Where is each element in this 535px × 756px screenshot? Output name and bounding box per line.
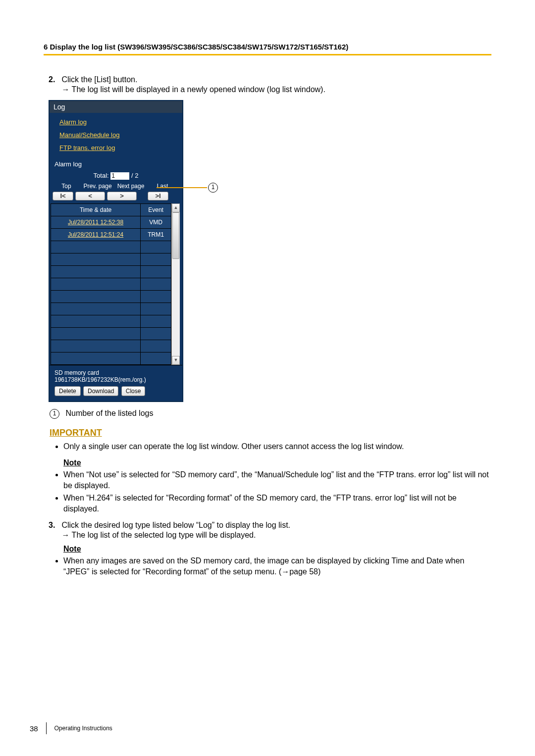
callout-1-marker: 1 [208, 183, 218, 193]
scrollbar[interactable]: ▲ ▼ [171, 203, 180, 365]
chapter-title: 6 Display the log list (SW396/SW395/SC38… [44, 43, 491, 55]
table-row [51, 327, 171, 340]
step-subtext: → The log list of the selected log type … [61, 531, 482, 540]
note-heading-1: Note [63, 458, 491, 467]
log-time-link[interactable]: Jul/28/2011 12:52:38 [68, 219, 123, 226]
step-subtext: → The log list will be displayed in a ne… [61, 85, 482, 94]
important-item: Only a single user can operate the log l… [63, 441, 491, 452]
note1-item: When “Not use” is selected for “SD memor… [63, 469, 491, 491]
step-number: 2. [49, 75, 59, 84]
nav-labels: Top Prev. page Next page Last [50, 182, 182, 191]
log-time-link[interactable]: Jul/28/2011 12:51:24 [68, 231, 123, 238]
log-table: Time & date Event Jul/28/2011 12:52:38VM… [51, 203, 171, 365]
callout-1-number: 1 [50, 409, 59, 419]
log-event-cell: VMD [141, 216, 171, 228]
table-row: Jul/28/2011 12:52:38VMD [51, 216, 171, 228]
scroll-thumb[interactable] [172, 212, 179, 259]
sd-info: 1961738KB/1967232KB(rem./org.) [54, 376, 177, 383]
close-button[interactable]: Close [121, 386, 146, 396]
link-manual-log[interactable]: Manual/Schedule log [59, 129, 182, 142]
nav-label-next: Next page [114, 183, 148, 190]
table-row [51, 253, 171, 265]
page-footer: 38 Operating Instructions [30, 722, 112, 734]
table-row [51, 290, 171, 302]
download-button[interactable]: Download [83, 386, 118, 396]
nav-last-button[interactable]: >I [148, 192, 168, 201]
nav-label-top: Top [52, 183, 81, 190]
nav-label-prev: Prev. page [81, 183, 114, 190]
nav-prev-button[interactable]: < [75, 192, 105, 201]
footer-label: Operating Instructions [54, 725, 112, 732]
step-number: 3. [49, 521, 59, 530]
log-type-links: Alarm log Manual/Schedule log FTP trans.… [50, 113, 182, 158]
table-row [51, 315, 171, 327]
total-suffix: / 2 [131, 172, 138, 179]
total-value-input[interactable] [110, 172, 129, 180]
note-heading-2: Note [63, 545, 491, 554]
th-event: Event [141, 203, 171, 216]
scroll-down-icon[interactable]: ▼ [172, 356, 180, 365]
nav-label-last: Last [148, 183, 177, 190]
important-list: Only a single user can operate the log l… [63, 441, 491, 452]
log-event-cell: TRM1 [141, 228, 171, 241]
scroll-track[interactable] [172, 212, 180, 356]
current-section-label: Alarm log [50, 158, 182, 170]
th-time: Time & date [51, 203, 141, 216]
step-2: 2. Click the [List] button. → The log li… [49, 75, 491, 94]
table-row [51, 241, 171, 253]
note2-item: When any images are saved on the SD memo… [63, 555, 491, 577]
table-row: Jul/28/2011 12:51:24TRM1 [51, 228, 171, 241]
log-window-title: Log [50, 101, 182, 113]
link-ftp-error-log[interactable]: FTP trans. error log [59, 142, 182, 154]
step-text: Click the [List] button. [61, 75, 137, 84]
manual-page: 6 Display the log list (SW396/SW395/SC38… [0, 0, 535, 756]
nav-top-button[interactable]: I< [53, 192, 73, 201]
footer-divider [46, 722, 47, 734]
callout-line [157, 187, 207, 188]
callout-1-caption-row: 1 Number of the listed logs [50, 409, 491, 419]
nav-next-button[interactable]: > [107, 192, 137, 201]
table-row [51, 265, 171, 278]
step-3: 3. Click the desired log type listed bel… [49, 521, 491, 540]
table-row [51, 340, 171, 352]
link-alarm-log[interactable]: Alarm log [59, 116, 182, 129]
delete-button[interactable]: Delete [54, 386, 81, 396]
table-row [51, 352, 171, 364]
note1-list: When “Not use” is selected for “SD memor… [63, 469, 491, 514]
total-label: Total: [94, 172, 109, 179]
note2-list: When any images are saved on the SD memo… [63, 555, 491, 577]
log-list-window: Log Alarm log Manual/Schedule log FTP tr… [49, 100, 183, 402]
table-row [51, 302, 171, 315]
important-heading: IMPORTANT [50, 428, 491, 438]
step-text: Click the desired log type listed below … [61, 521, 290, 529]
callout-1-caption: Number of the listed logs [65, 409, 153, 417]
note1-item: When “H.264” is selected for “Recording … [63, 493, 491, 514]
sd-title: SD memory card [54, 369, 177, 376]
table-row [51, 278, 171, 290]
page-number: 38 [30, 724, 38, 733]
scroll-up-icon[interactable]: ▲ [172, 203, 180, 212]
total-row: Total: / 2 [50, 170, 182, 182]
